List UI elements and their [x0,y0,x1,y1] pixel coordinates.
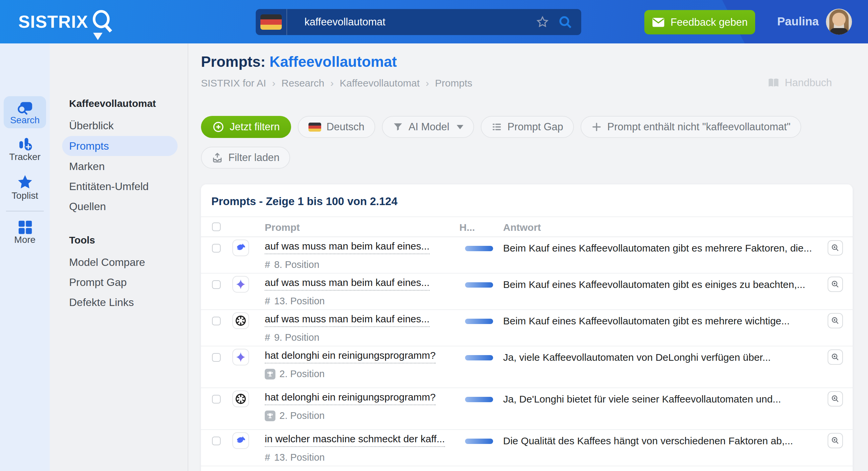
breadcrumb-sistrix-for-ai[interactable]: SISTRIX for AI [201,78,266,89]
upload-tray-icon [212,152,223,163]
breadcrumb-research[interactable]: Research [281,78,324,89]
position-indicator: # 13. Position [265,296,430,307]
model-badge [232,312,249,329]
answer-text: Beim Kauf eines Kaffeevollautomaten gibt… [503,242,820,254]
language-filter-label: Deutsch [327,121,365,133]
ai-model-filter-button[interactable]: AI Model [382,116,474,138]
language-filter-button[interactable]: Deutsch [298,116,375,138]
prompt-link[interactable]: hat delonghi ein reinigungsprogramm? [265,350,436,363]
toplist-star-icon [0,174,50,190]
header-notch [93,33,102,40]
sidebar-item-model-compare[interactable]: Model Compare [69,256,145,269]
h-metric-bar [465,282,493,288]
prompt-link[interactable]: hat delonghi ein reinigungsprogramm? [265,391,436,405]
model-badge [232,390,249,407]
model-badge [232,239,249,256]
avatar[interactable] [826,9,852,35]
table-row: auf was muss man beim kauf eines... # 8.… [201,237,852,273]
keyword-search-bar [256,9,581,35]
magnifier-plus-icon [831,394,840,403]
zoom-answer-button[interactable] [828,276,843,292]
position-label: 8. Position [274,259,319,270]
row-checkbox[interactable] [212,395,221,404]
funnel-icon [393,122,403,132]
sidebar-item-prompts[interactable]: Prompts [69,140,109,152]
sidebar-item-quellen[interactable]: Quellen [69,200,106,213]
hash-icon: # [265,332,270,343]
chevron-down-icon [457,125,463,129]
more-grid-icon [0,220,50,235]
page-title-keyword[interactable]: Kaffeevollautomat [270,54,397,70]
gemini-icon [235,351,247,363]
favorite-star-icon[interactable] [536,16,549,29]
zoom-answer-button[interactable] [828,313,843,328]
h-metric-bar [465,439,493,444]
prompt-link[interactable]: auf was muss man beim kauf eines... [265,240,430,254]
sidebar-item-prompt-gap[interactable]: Prompt Gap [69,276,127,289]
sidebar-item-ueberblick[interactable]: Überblick [69,120,114,132]
table-row: hat delonghi ein reinigungsprogramm? 2. … [201,346,852,388]
zoom-answer-button[interactable] [828,433,843,448]
jetzt-filtern-button[interactable]: Jetzt filtern [201,116,291,138]
gemini-icon [235,278,247,290]
search-input[interactable] [287,16,536,28]
row-checkbox[interactable] [212,437,221,445]
zoom-answer-button[interactable] [828,391,843,407]
table-row: auf was muss man beim kauf eines... # 9.… [201,310,852,346]
zoom-answer-button[interactable] [828,240,843,256]
position-label: 2. Position [279,369,324,380]
sidebar-item-marken[interactable]: Marken [69,160,105,173]
sidebar-item-entitaeten[interactable]: Entitäten-Umfeld [69,180,149,193]
row-checkbox[interactable] [212,353,221,362]
magnifier-plus-icon [831,436,840,445]
top-header-bar: SISTRIX Feedback geben Paulina [0,0,868,43]
position-label: 13. Position [274,452,325,463]
rail-divider [6,211,44,211]
country-selector[interactable] [256,9,287,35]
feedback-label: Feedback geben [671,17,748,28]
magnifier-plus-icon [831,353,840,361]
book-icon [768,78,779,88]
breadcrumb: SISTRIX for AI › Research › Kaffeevollau… [201,78,472,89]
row-checkbox[interactable] [212,317,221,325]
user-name[interactable]: Paulina [777,15,817,28]
breadcrumb-separator: › [330,78,334,89]
main-content: Prompts: Kaffeevollautomat SISTRIX for A… [189,43,868,471]
handbuch-label: Handbuch [785,77,832,89]
zoom-answer-button[interactable] [828,349,843,365]
search-submit-icon[interactable] [558,15,572,29]
rail-label-more: More [0,235,50,245]
exclude-filter-label: Prompt enthält nicht "kaffeevollautomat" [607,121,790,133]
breadcrumb-prompts[interactable]: Prompts [435,78,472,89]
select-all-checkbox[interactable] [212,223,221,231]
prompt-link[interactable]: auf was muss man beim kauf eines... [265,277,430,291]
prompt-link[interactable]: auf was muss man beim kauf eines... [265,313,430,327]
position-label: 13. Position [274,296,325,307]
breadcrumb-separator: › [272,78,275,89]
column-header-antwort[interactable]: Antwort [503,222,541,233]
breadcrumb-keyword[interactable]: Kaffeevollautomat [340,78,420,89]
prompt-gap-filter-button[interactable]: Prompt Gap [481,116,574,138]
h-metric-bar [465,397,493,402]
rail-item-search[interactable]: Search [0,100,50,126]
answer-text: Die Qualität des Kaffees hängt von versc… [503,435,820,447]
exclude-filter-button[interactable]: Prompt enthält nicht "kaffeevollautomat" [581,116,801,138]
handbuch-link[interactable]: Handbuch [768,77,832,89]
filter-laden-label: Filter laden [228,152,279,164]
row-checkbox[interactable] [212,244,221,253]
row-checkbox[interactable] [212,280,221,289]
search-module-icon [0,100,50,115]
filter-laden-button[interactable]: Filter laden [201,147,290,169]
rail-item-toplist[interactable]: Toplist [0,174,50,201]
position-indicator: # 13. Position [265,452,445,463]
feedback-button[interactable]: Feedback geben [644,10,755,34]
prompt-link[interactable]: in welcher maschine schmeckt der kaff... [265,433,445,447]
sidebar-item-defekte-links[interactable]: Defekte Links [69,296,134,308]
plus-icon [591,122,602,132]
rail-item-more[interactable]: More [0,220,50,245]
position-label: 2. Position [279,410,324,421]
column-header-h[interactable]: H... [459,222,475,233]
table-header-row: Prompt H... Antwort [201,216,852,237]
column-header-prompt[interactable]: Prompt [265,222,300,233]
rail-item-tracker[interactable]: Tracker [0,136,50,163]
